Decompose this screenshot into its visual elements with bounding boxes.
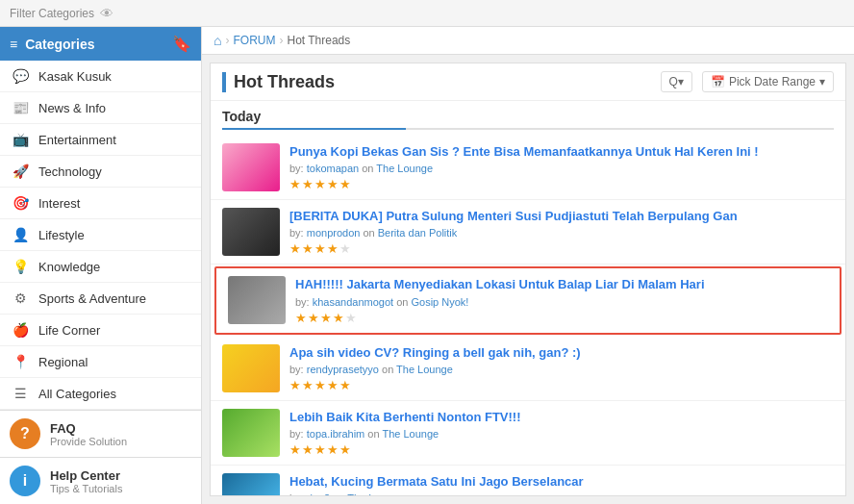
sidebar-item-regional[interactable]: 📍 Regional [0, 346, 201, 378]
faq-item[interactable]: ? FAQ Provide Solution [0, 410, 201, 457]
sidebar-label-news-info: News & Info [38, 101, 106, 115]
help-icon: i [10, 466, 40, 496]
sidebar-list-icon: ≡ [10, 37, 17, 52]
bookmark-icon[interactable]: 🔖 [172, 35, 191, 53]
thread-info-4: Apa sih video CV? Ringing a bell gak nih… [289, 344, 834, 392]
section-underline [222, 128, 834, 130]
star-filled: ★ [295, 311, 308, 325]
star-filled: ★ [302, 442, 314, 457]
thread-stars-4: ★★★★★ [289, 378, 834, 392]
thread-meta-4: by: rendyprasetyyo on The Lounge [289, 364, 834, 375]
star-filled: ★ [327, 177, 339, 191]
star-filled: ★ [339, 442, 352, 457]
thread-author-6[interactable]: rio_3 [307, 492, 330, 496]
thread-item-6: Hebat, Kucing Bermata Satu Ini Jago Bers… [211, 466, 845, 496]
thread-meta-2: by: monprodon on Berita dan Politik [289, 227, 834, 239]
star-empty: ★ [339, 241, 352, 256]
thread-author-5[interactable]: topa.ibrahim [307, 428, 365, 440]
sidebar-item-entertainment[interactable]: 📺 Entertainment [0, 124, 201, 156]
sidebar-icon-lifestyle: 👤 [12, 227, 29, 242]
forum-link[interactable]: FORUM [233, 34, 275, 47]
thread-info-6: Hebat, Kucing Bermata Satu Ini Jago Bers… [289, 473, 834, 496]
thread-channel-4[interactable]: The Lounge [396, 364, 453, 375]
current-page: Hot Threads [287, 34, 350, 47]
sidebar-label-regional: Regional [38, 355, 88, 369]
star-filled: ★ [314, 177, 327, 191]
sidebar-item-interest[interactable]: 🎯 Interest [0, 188, 201, 219]
thread-channel-1[interactable]: The Lounge [376, 163, 433, 174]
star-filled: ★ [339, 177, 352, 191]
thread-author-4[interactable]: rendyprasetyyo [307, 364, 379, 375]
sidebar-label-lifestyle: Lifestyle [38, 228, 85, 242]
panel-header: Hot Threads Q▾ 📅 Pick Date Range ▾ [211, 63, 845, 101]
sidebar-item-lifestyle[interactable]: 👤 Lifestyle [0, 219, 201, 251]
thread-author-3[interactable]: khasandanmogot [313, 296, 393, 308]
sidebar-icon-kasak-kusuk: 💬 [12, 68, 29, 84]
sidebar-label-technology: Technology [38, 164, 102, 179]
calendar-icon: 📅 [711, 75, 725, 88]
panel-controls: Q▾ 📅 Pick Date Range ▾ [661, 71, 834, 92]
home-icon[interactable]: ⌂ [214, 33, 221, 48]
star-empty: ★ [345, 311, 358, 325]
thread-item-2: [BERITA DUKA] Putra Sulung Menteri Susi … [211, 200, 845, 265]
search-button[interactable]: Q▾ [661, 71, 692, 92]
sidebar-items-container: 💬 Kasak Kusuk 📰 News & Info 📺 Entertainm… [0, 61, 201, 410]
thread-meta-1: by: tokomapan on The Lounge [289, 163, 834, 174]
sidebar-icon-sports-adventure: ⚙ [12, 290, 29, 306]
section-label: Today [211, 101, 845, 128]
thread-stars-5: ★★★★★ [289, 442, 834, 457]
thread-thumb-2 [222, 208, 280, 256]
sidebar-label-all-categories: All Categories [38, 387, 116, 401]
star-filled: ★ [327, 442, 339, 457]
sidebar-icon-regional: 📍 [12, 354, 29, 369]
sidebar-header[interactable]: ≡ Categories 🔖 [0, 27, 201, 61]
thread-meta-5: by: topa.ibrahim on The Lounge [289, 428, 834, 440]
sidebar-item-news-info[interactable]: 📰 News & Info [0, 92, 201, 124]
sidebar-label-life-corner: Life Corner [38, 323, 100, 338]
sidebar-item-all-categories[interactable]: ☰ All Categories [0, 378, 201, 410]
sidebar-item-sports-adventure[interactable]: ⚙ Sports & Adventure [0, 283, 201, 315]
star-filled: ★ [308, 311, 320, 325]
date-range-arrow: ▾ [819, 75, 825, 88]
sidebar-icon-all-categories: ☰ [12, 386, 29, 401]
thread-item-5: Lebih Baik Kita Berhenti Nonton FTV!!! b… [211, 401, 845, 466]
sidebar-label-entertainment: Entertainment [38, 133, 116, 147]
help-center-item[interactable]: i Help Center Tips & Tutorials [0, 457, 201, 504]
star-filled: ★ [302, 241, 314, 256]
date-range-button[interactable]: 📅 Pick Date Range ▾ [702, 71, 834, 92]
thread-author-1[interactable]: tokomapan [307, 163, 359, 174]
help-subtitle: Tips & Tutorials [50, 483, 122, 494]
thread-stars-1: ★★★★★ [289, 177, 834, 191]
star-filled: ★ [327, 378, 339, 392]
sidebar-item-kasak-kusuk[interactable]: 💬 Kasak Kusuk [0, 61, 201, 92]
thread-channel-6[interactable]: The Lounge [347, 492, 404, 496]
thread-title-5[interactable]: Lebih Baik Kita Berhenti Nonton FTV!!! [289, 409, 834, 426]
thread-thumb-6 [222, 473, 280, 496]
thread-channel-3[interactable]: Gosip Nyok! [412, 296, 469, 308]
sidebar-label-sports-adventure: Sports & Adventure [38, 291, 146, 306]
sidebar-icon-interest: 🎯 [12, 195, 29, 211]
thread-item-4: Apa sih video CV? Ringing a bell gak nih… [211, 337, 845, 401]
content-area: ⌂ › FORUM › Hot Threads Hot Threads Q▾ 📅… [202, 27, 854, 504]
thread-channel-5[interactable]: The Lounge [382, 428, 439, 440]
thread-info-3: HAH!!!!! Jakarta Menyediakan Lokasi Untu… [295, 276, 828, 324]
star-filled: ★ [302, 177, 314, 191]
thread-title-4[interactable]: Apa sih video CV? Ringing a bell gak nih… [289, 344, 834, 362]
thread-info-1: Punya Kopi Bekas Gan Sis ? Ente Bisa Mem… [289, 143, 834, 191]
eye-icon[interactable]: 👁 [100, 6, 113, 21]
sidebar-item-knowledge[interactable]: 💡 Knowledge [0, 251, 201, 283]
thread-title-3[interactable]: HAH!!!!! Jakarta Menyediakan Lokasi Untu… [295, 276, 828, 293]
sidebar-item-life-corner[interactable]: 🍎 Life Corner [0, 315, 201, 346]
panel-title: Hot Threads [222, 72, 335, 92]
star-filled: ★ [314, 241, 327, 256]
sidebar-label-knowledge: Knowledge [38, 260, 100, 274]
star-filled: ★ [289, 442, 302, 457]
thread-title-1[interactable]: Punya Kopi Bekas Gan Sis ? Ente Bisa Mem… [289, 143, 834, 161]
sep2: › [279, 34, 283, 47]
thread-author-2[interactable]: monprodon [307, 227, 361, 239]
thread-title-2[interactable]: [BERITA DUKA] Putra Sulung Menteri Susi … [289, 208, 834, 225]
thread-channel-2[interactable]: Berita dan Politik [378, 227, 458, 239]
thread-title-6[interactable]: Hebat, Kucing Bermata Satu Ini Jago Bers… [289, 473, 834, 491]
sidebar-label-interest: Interest [38, 196, 80, 211]
sidebar-item-technology[interactable]: 🚀 Technology [0, 156, 201, 188]
